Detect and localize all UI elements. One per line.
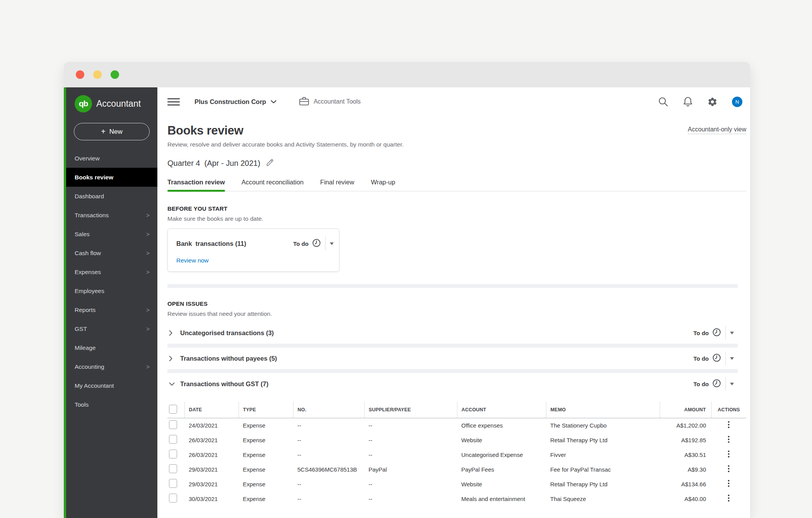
top-navigation-bar: Plus Construction Corp Accountant Tools <box>157 87 750 116</box>
chevron-right-icon[interactable] <box>169 356 175 361</box>
company-name: Plus Construction Corp <box>194 98 266 106</box>
issue-expander[interactable]: Transactions without payees (5) <box>169 355 277 362</box>
row-checkbox[interactable] <box>169 450 177 458</box>
status-dropdown-caret-icon[interactable] <box>730 357 734 360</box>
app-window: qb Accountant + New Overview Books revie… <box>64 62 750 518</box>
before-you-start-heading: BEFORE YOU START <box>167 205 746 212</box>
tab-transaction-review[interactable]: Transaction review <box>167 179 225 191</box>
sidebar-item-reports[interactable]: Reports> <box>66 300 157 319</box>
status-dropdown-caret-icon[interactable] <box>330 242 334 245</box>
sidebar-item-mileage[interactable]: Mileage <box>66 338 157 357</box>
hamburger-menu-icon[interactable] <box>167 98 180 106</box>
sidebar-item-label: Accounting <box>75 363 104 370</box>
sidebar-item-gst[interactable]: GST> <box>66 319 157 338</box>
status-badge: To do <box>693 381 709 387</box>
cell-account: Website <box>457 433 546 447</box>
cell-supplier: -- <box>364 433 457 447</box>
bank-transactions-title: Bank transactions (11) <box>176 240 246 247</box>
cell-amount: A$1,202.00 <box>660 418 711 433</box>
accountant-only-view-link[interactable]: Accountant-only view <box>688 126 746 134</box>
row-checkbox[interactable] <box>169 464 177 473</box>
sidebar-item-label: GST <box>75 325 87 332</box>
sidebar-item-overview[interactable]: Overview <box>66 149 157 168</box>
sidebar-item-employees[interactable]: Employees <box>66 281 157 300</box>
clock-icon <box>712 379 721 389</box>
divider <box>725 377 726 391</box>
row-actions-kebab-icon[interactable] <box>728 480 730 487</box>
cell-amount: A$134.66 <box>660 477 711 491</box>
search-icon[interactable] <box>658 96 669 107</box>
new-button[interactable]: + New <box>74 123 150 140</box>
column-header-type[interactable]: TYPE <box>239 402 293 418</box>
row-actions-kebab-icon[interactable] <box>728 436 730 443</box>
company-selector[interactable]: Plus Construction Corp <box>194 98 276 106</box>
select-all-checkbox[interactable] <box>169 405 177 414</box>
tab-final-review[interactable]: Final review <box>320 179 354 191</box>
cell-date: 26/03/2021 <box>184 447 239 462</box>
app-logo: qb Accountant <box>75 94 157 113</box>
sidebar-item-label: Reports <box>75 307 96 314</box>
cell-account: PayPal Fees <box>457 462 546 477</box>
tab-wrap-up[interactable]: Wrap-up <box>371 179 395 191</box>
column-header-memo[interactable]: MEMO <box>546 402 660 418</box>
column-header-supplier-payee[interactable]: SUPPLIER/PAYEE <box>364 402 457 418</box>
sidebar-item-dashboard[interactable]: Dashboard <box>66 187 157 206</box>
row-actions-kebab-icon[interactable] <box>728 465 730 472</box>
sidebar-item-label: Cash flow <box>75 250 101 257</box>
sidebar-item-transactions[interactable]: Transactions> <box>66 206 157 225</box>
status-badge: To do <box>293 240 309 247</box>
transactions-table: DATE TYPE NO. SUPPLIER/PAYEE ACCOUNT MEM… <box>167 402 746 506</box>
clock-icon <box>712 353 721 364</box>
cell-supplier: PayPal <box>364 462 457 477</box>
chevron-right-icon: > <box>146 231 150 237</box>
tab-account-reconciliation[interactable]: Account reconciliation <box>242 179 304 191</box>
issue-expander[interactable]: Transactions without GST (7) <box>169 380 268 388</box>
sidebar-item-accounting[interactable]: Accounting> <box>66 357 157 376</box>
issue-expander[interactable]: Uncategorised transactions (3) <box>169 329 274 337</box>
column-header-account[interactable]: ACCOUNT <box>457 402 546 418</box>
column-header-amount[interactable]: AMOUNT <box>660 402 711 418</box>
settings-gear-icon[interactable] <box>707 97 718 107</box>
row-actions-kebab-icon[interactable] <box>728 494 730 502</box>
sidebar-item-expenses[interactable]: Expenses> <box>66 262 157 281</box>
table-row: 24/03/2021 Expense -- -- Office expenses… <box>167 418 746 433</box>
sidebar-item-tools[interactable]: Tools <box>66 395 157 414</box>
table-row: 29/03/2021 Expense 5CS46396MC678513B Pay… <box>167 462 746 477</box>
chevron-down-icon[interactable] <box>169 382 175 386</box>
accountant-tools-button[interactable]: Accountant Tools <box>299 96 361 107</box>
status-dropdown-caret-icon[interactable] <box>730 383 734 385</box>
new-button-label: New <box>109 128 123 136</box>
cell-date: 30/03/2021 <box>184 491 239 506</box>
row-actions-kebab-icon[interactable] <box>728 421 730 428</box>
sidebar-item-cash-flow[interactable]: Cash flow> <box>66 244 157 262</box>
issue-row-transactions-without-gst: Transactions without GST (7) To do <box>167 373 738 395</box>
row-checkbox[interactable] <box>169 479 177 488</box>
cell-account: Office expenses <box>457 418 546 433</box>
minimize-window-icon[interactable] <box>93 70 102 79</box>
cell-date: 29/03/2021 <box>184 462 239 477</box>
row-actions-kebab-icon[interactable] <box>728 450 730 458</box>
row-checkbox[interactable] <box>169 420 177 429</box>
divider <box>725 326 726 340</box>
edit-pencil-icon[interactable] <box>266 158 275 169</box>
row-checkbox[interactable] <box>169 494 177 503</box>
sidebar-item-label: Books review <box>75 174 113 181</box>
chevron-right-icon[interactable] <box>169 330 175 336</box>
sidebar-item-my-accountant[interactable]: My Accountant <box>66 376 157 395</box>
row-checkbox[interactable] <box>169 435 177 444</box>
cell-amount: A$9.30 <box>660 462 711 477</box>
user-avatar[interactable]: N <box>732 97 742 107</box>
cell-account: Uncategorised Expense <box>457 447 546 462</box>
cell-type: Expense <box>239 491 293 506</box>
column-header-date[interactable]: DATE <box>184 402 239 418</box>
sidebar-item-sales[interactable]: Sales> <box>66 225 157 244</box>
notifications-bell-icon[interactable] <box>683 96 693 107</box>
cell-date: 29/03/2021 <box>184 477 239 491</box>
zoom-window-icon[interactable] <box>111 70 119 79</box>
sidebar-item-books-review[interactable]: Books review <box>66 168 157 187</box>
tab-bar: Transaction review Account reconciliatio… <box>167 179 746 191</box>
close-window-icon[interactable] <box>76 70 84 79</box>
status-dropdown-caret-icon[interactable] <box>730 332 734 334</box>
column-header-no[interactable]: NO. <box>293 402 364 418</box>
review-now-link[interactable]: Review now <box>176 257 209 264</box>
